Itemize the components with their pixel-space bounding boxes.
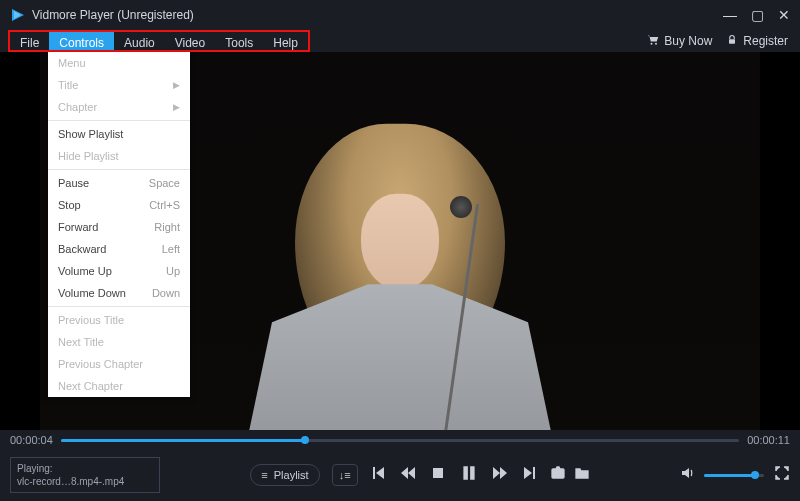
fast-forward-button[interactable] xyxy=(492,465,508,485)
window-title: Vidmore Player (Unregistered) xyxy=(32,8,723,22)
app-logo-icon xyxy=(10,7,26,23)
dd-backward[interactable]: BackwardLeft xyxy=(48,238,190,260)
dd-show-playlist[interactable]: Show Playlist xyxy=(48,123,190,145)
menu-help[interactable]: Help xyxy=(263,32,308,50)
seek-fill xyxy=(61,439,305,442)
prev-button[interactable] xyxy=(370,465,386,485)
menu-tools[interactable]: Tools xyxy=(215,32,263,50)
dd-menu: Menu xyxy=(48,52,190,74)
volume-slider[interactable] xyxy=(704,474,764,477)
svg-rect-6 xyxy=(463,466,468,480)
next-button[interactable] xyxy=(522,465,538,485)
time-total: 00:00:11 xyxy=(747,434,790,446)
open-folder-button[interactable] xyxy=(574,465,590,485)
menu-file[interactable]: File xyxy=(10,32,49,50)
svg-point-2 xyxy=(651,42,653,44)
svg-point-3 xyxy=(655,42,657,44)
seek-bar[interactable] xyxy=(61,439,739,442)
now-playing-box: Playing: vlc-record…8.mp4-.mp4 xyxy=(10,457,160,493)
sort-button[interactable]: ↓≡ xyxy=(332,464,358,486)
cart-icon xyxy=(647,34,659,49)
svg-rect-5 xyxy=(433,468,443,478)
menu-video[interactable]: Video xyxy=(165,32,215,50)
dd-hide-playlist: Hide Playlist xyxy=(48,145,190,167)
volume-icon[interactable] xyxy=(680,465,696,485)
svg-point-9 xyxy=(555,471,559,475)
dd-stop[interactable]: StopCtrl+S xyxy=(48,194,190,216)
volume-handle[interactable] xyxy=(751,471,759,479)
dd-forward[interactable]: ForwardRight xyxy=(48,216,190,238)
lock-icon xyxy=(726,34,738,49)
menu-audio[interactable]: Audio xyxy=(114,32,165,50)
dd-next-title: Next Title xyxy=(48,331,190,353)
dd-prev-title: Previous Title xyxy=(48,309,190,331)
minimize-button[interactable]: — xyxy=(723,7,737,23)
maximize-button[interactable]: ▢ xyxy=(751,7,764,23)
snapshot-button[interactable] xyxy=(550,465,566,485)
controls-dropdown: Menu Title▶ Chapter▶ Show Playlist Hide … xyxy=(48,52,190,397)
list-icon: ≡ xyxy=(261,469,267,481)
dd-volume-up[interactable]: Volume UpUp xyxy=(48,260,190,282)
menu-controls[interactable]: Controls xyxy=(49,32,114,50)
buy-now-link[interactable]: Buy Now xyxy=(647,34,712,49)
menubar-highlight: File Controls Audio Video Tools Help xyxy=(8,30,310,52)
chevron-right-icon: ▶ xyxy=(173,80,180,90)
now-playing-file: vlc-record…8.mp4-.mp4 xyxy=(17,475,153,488)
dd-next-chapter: Next Chapter xyxy=(48,375,190,397)
fullscreen-button[interactable] xyxy=(774,465,790,485)
playlist-button[interactable]: ≡ Playlist xyxy=(250,464,319,486)
sort-icon: ↓≡ xyxy=(339,469,351,481)
time-current: 00:00:04 xyxy=(10,434,53,446)
chevron-right-icon: ▶ xyxy=(173,102,180,112)
pause-button[interactable] xyxy=(460,463,478,487)
seek-handle[interactable] xyxy=(301,436,309,444)
dd-pause[interactable]: PauseSpace xyxy=(48,172,190,194)
register-link[interactable]: Register xyxy=(726,34,788,49)
svg-rect-7 xyxy=(470,466,475,480)
rewind-button[interactable] xyxy=(400,465,416,485)
dd-chapter: Chapter▶ xyxy=(48,96,190,118)
dd-prev-chapter: Previous Chapter xyxy=(48,353,190,375)
now-playing-label: Playing: xyxy=(17,462,153,475)
dd-title: Title▶ xyxy=(48,74,190,96)
close-button[interactable]: ✕ xyxy=(778,7,790,23)
volume-fill xyxy=(704,474,755,477)
dd-volume-down[interactable]: Volume DownDown xyxy=(48,282,190,304)
stop-button[interactable] xyxy=(430,465,446,485)
svg-rect-4 xyxy=(729,39,735,44)
